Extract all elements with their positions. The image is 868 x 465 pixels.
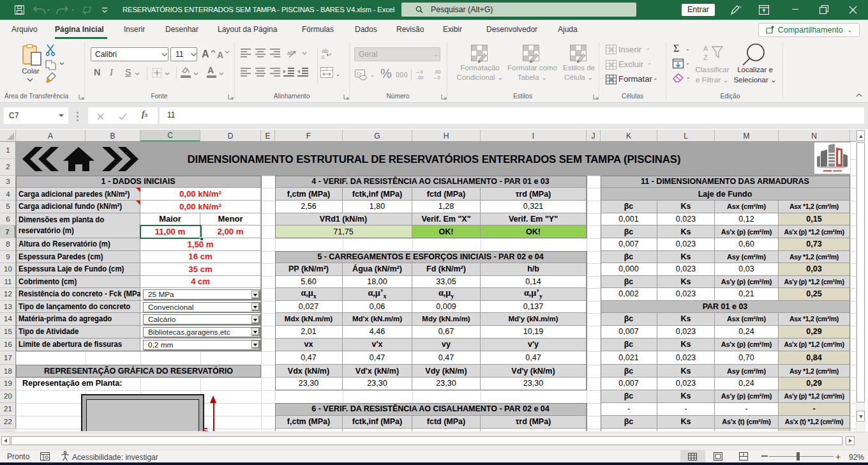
svg-text:→0: →0 bbox=[433, 75, 440, 80]
svg-text:A: A bbox=[703, 45, 708, 52]
svg-text:←0: ←0 bbox=[415, 69, 423, 75]
svg-text:ab: ab bbox=[287, 50, 294, 56]
svg-text:.00: .00 bbox=[417, 75, 423, 80]
svg-text:.00: .00 bbox=[434, 69, 440, 75]
svg-text:Z: Z bbox=[703, 54, 708, 61]
svg-text:c: c bbox=[322, 53, 325, 59]
